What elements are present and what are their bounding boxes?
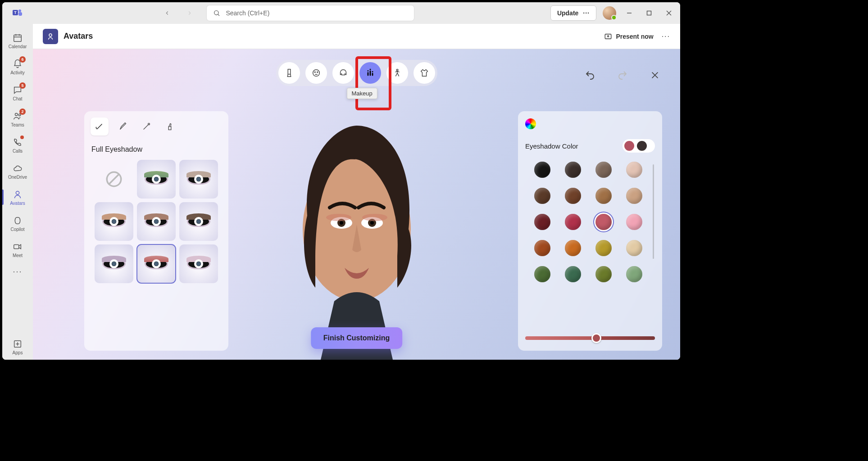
titlebar: T Search (Ctrl+E) Update··· <box>2 2 680 24</box>
subtool-brush[interactable] <box>114 118 132 136</box>
style-thumb[interactable] <box>95 244 133 283</box>
svg-point-36 <box>148 123 150 125</box>
window-close-button[interactable] <box>662 10 676 16</box>
rail-item-calendar[interactable]: Calendar <box>2 27 33 54</box>
style-thumb[interactable] <box>137 160 176 199</box>
style-thumbnail-grid <box>91 160 222 283</box>
category-hair[interactable] <box>332 62 354 84</box>
nav-back-button[interactable] <box>160 6 174 20</box>
color-swatch[interactable] <box>595 188 612 204</box>
rail-item-chat[interactable]: 5 Chat <box>2 80 33 106</box>
present-now-button[interactable]: Present now <box>604 32 653 41</box>
color-picker-button[interactable] <box>525 118 536 129</box>
color-swatch[interactable] <box>626 214 642 230</box>
svg-rect-29 <box>372 73 373 76</box>
color-swatch[interactable] <box>534 240 550 256</box>
category-tooltip: Makeup <box>346 88 377 99</box>
rail-item-apps[interactable]: Apps <box>2 334 33 360</box>
cloud-icon <box>12 163 23 174</box>
svg-rect-3 <box>18 12 22 16</box>
search-input[interactable]: Search (Ctrl+E) <box>207 5 414 21</box>
svg-rect-28 <box>369 71 371 76</box>
color-swatch[interactable] <box>534 162 550 178</box>
svg-rect-10 <box>14 35 22 41</box>
rail-more-button[interactable]: ··· <box>2 262 33 280</box>
svg-point-45 <box>368 219 376 227</box>
category-clothes[interactable] <box>414 62 435 84</box>
swatch-grid <box>525 162 655 282</box>
rail-item-calls[interactable]: Calls <box>2 132 33 158</box>
color-swatch[interactable] <box>565 162 581 178</box>
color-swatch[interactable] <box>565 214 581 230</box>
present-icon <box>604 32 612 41</box>
color-swatch[interactable] <box>595 240 612 256</box>
color-swatch[interactable] <box>626 188 642 204</box>
style-thumb[interactable] <box>179 160 218 199</box>
style-thumb-none[interactable] <box>95 160 133 199</box>
color-swatch[interactable] <box>565 266 581 282</box>
window-minimize-button[interactable] <box>623 10 636 16</box>
redo-button[interactable] <box>615 68 630 82</box>
editor-stage: Makeup Full Eyeshadow <box>33 49 680 360</box>
subtool-lipstick[interactable] <box>161 118 179 136</box>
subtool-applicator[interactable] <box>137 118 155 136</box>
avatar-icon <box>12 189 23 200</box>
category-brush[interactable] <box>278 62 300 84</box>
svg-point-24 <box>313 70 319 77</box>
svg-line-39 <box>109 175 119 184</box>
svg-point-48 <box>362 214 387 221</box>
color-swatch[interactable] <box>626 162 642 178</box>
rail-item-onedrive[interactable]: OneDrive <box>2 158 33 184</box>
category-body[interactable] <box>386 62 408 84</box>
profile-avatar[interactable] <box>603 6 616 20</box>
color-swatch[interactable] <box>534 266 550 282</box>
avatars-app-icon <box>43 29 58 44</box>
style-thumb[interactable] <box>179 244 218 283</box>
svg-rect-17 <box>14 244 19 249</box>
undo-button[interactable] <box>583 68 597 82</box>
svg-point-21 <box>49 34 52 36</box>
more-actions-button[interactable]: ··· <box>662 32 670 41</box>
svg-point-31 <box>369 69 371 70</box>
color-swatch[interactable] <box>626 240 642 256</box>
slider-thumb[interactable] <box>591 333 601 343</box>
svg-point-43 <box>340 221 343 225</box>
color-swatch[interactable] <box>595 266 612 282</box>
color-swatch[interactable] <box>565 188 581 204</box>
svg-point-4 <box>214 11 218 15</box>
close-editor-button[interactable] <box>648 68 662 82</box>
nav-forward-button[interactable] <box>182 6 197 20</box>
svg-line-5 <box>218 14 219 16</box>
color-swatch[interactable] <box>595 214 612 230</box>
search-icon <box>213 9 220 17</box>
svg-point-41 <box>331 217 352 229</box>
swatch-scrollbar[interactable] <box>653 164 654 259</box>
svg-point-33 <box>396 69 398 71</box>
category-make酶[interactable] <box>359 62 381 84</box>
rail-item-avatars[interactable]: Avatars <box>2 184 33 210</box>
rail-item-activity[interactable]: 6 Activity <box>2 54 33 80</box>
svg-point-46 <box>370 221 374 225</box>
style-thumb[interactable] <box>179 202 218 241</box>
color-swatch[interactable] <box>595 162 612 178</box>
finish-customizing-button[interactable]: Finish Customizing <box>311 327 403 349</box>
rail-item-copilot[interactable]: Copilot <box>2 210 33 236</box>
style-panel-title: Full Eyeshadow <box>91 145 222 154</box>
color-swatch[interactable] <box>534 188 550 204</box>
intensity-slider[interactable] <box>525 336 655 340</box>
category-face[interactable] <box>305 62 327 84</box>
subtool-eyeshadow[interactable] <box>91 118 109 136</box>
style-thumb[interactable] <box>137 202 176 241</box>
rail-item-meet[interactable]: Meet <box>2 236 33 262</box>
presence-indicator <box>611 15 617 20</box>
update-button[interactable]: Update··· <box>550 5 596 21</box>
svg-text:T: T <box>14 10 17 15</box>
rail-item-teams[interactable]: 2 Teams <box>2 106 33 132</box>
color-swatch[interactable] <box>626 266 642 282</box>
color-swatch[interactable] <box>534 214 550 230</box>
window-maximize-button[interactable] <box>642 10 656 16</box>
style-thumb[interactable] <box>95 202 133 241</box>
color-toggle[interactable] <box>623 139 655 153</box>
color-swatch[interactable] <box>565 240 581 256</box>
style-thumb-selected[interactable] <box>137 244 176 283</box>
